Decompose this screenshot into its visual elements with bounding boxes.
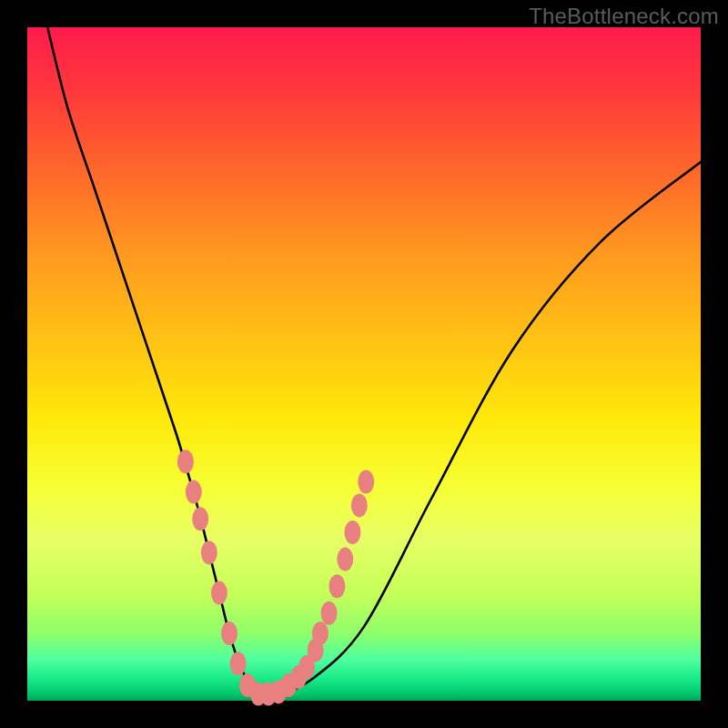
curve-marker bbox=[337, 548, 353, 571]
curve-marker bbox=[312, 622, 329, 645]
curve-marker bbox=[177, 450, 194, 473]
curve-marker bbox=[192, 507, 208, 531]
curve-marker bbox=[221, 622, 238, 645]
curve-marker bbox=[211, 581, 228, 605]
curve-marker bbox=[351, 493, 368, 517]
curve-marker bbox=[201, 541, 217, 564]
bottleneck-curve bbox=[47, 27, 701, 695]
curve-marker bbox=[186, 480, 202, 504]
curve-marker bbox=[329, 574, 345, 598]
chart-stage: TheBottleneck.com bbox=[0, 0, 728, 728]
plot-area bbox=[27, 27, 701, 701]
curve-marker bbox=[321, 602, 338, 625]
curve-markers bbox=[177, 450, 374, 705]
watermark-text: TheBottleneck.com bbox=[529, 4, 719, 29]
curve-marker bbox=[344, 521, 360, 544]
curve-marker bbox=[230, 652, 247, 675]
curve-svg bbox=[27, 27, 701, 701]
curve-marker bbox=[358, 470, 374, 494]
